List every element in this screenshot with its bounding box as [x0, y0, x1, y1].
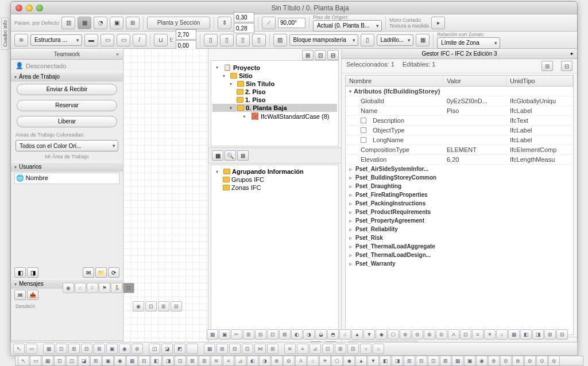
dim-icon[interactable]: ⇕ [218, 17, 231, 29]
bb-12-icon[interactable] [187, 344, 198, 354]
minimize-icon[interactable] [26, 5, 33, 11]
pset-9[interactable]: Pset_ThermalLoadAggregate [346, 242, 573, 251]
ft-q-icon[interactable]: ⊕ [400, 329, 411, 340]
bb-09-icon[interactable]: ◫ [149, 344, 160, 354]
b2-27-icon[interactable]: ◆ [343, 356, 355, 366]
tree-planta-baja[interactable]: ▾0. Planta Baja [212, 104, 337, 112]
b2-18-icon[interactable]: ⊿ [235, 356, 246, 366]
b2-31-icon[interactable]: ◨ [392, 356, 403, 366]
ladrillo-dropdown[interactable]: Ladrillo... [377, 34, 414, 46]
ft-h-icon[interactable]: ◐ [291, 329, 303, 340]
close-icon[interactable] [16, 5, 22, 11]
bb-01-icon[interactable]: ▦ [43, 344, 55, 354]
bb-03-icon[interactable]: ⊞ [68, 344, 80, 354]
ft-aa-icon[interactable]: ◧ [520, 329, 532, 340]
b2-24-icon[interactable]: ⌂ [307, 356, 319, 366]
b2-11-icon[interactable]: ◧ [150, 356, 162, 366]
ft-z-icon[interactable]: ▦ [508, 329, 520, 340]
bb-15-icon[interactable]: ⊟ [229, 344, 241, 354]
b2-44-icon[interactable]: ⊚ [548, 356, 560, 366]
bb-22-icon[interactable]: ⊡ [322, 344, 334, 354]
tool-e-icon[interactable]: ⊞ [126, 17, 140, 29]
tree-ifcwall[interactable]: ▸🧱IfcWallStandardCase (8) [212, 112, 337, 120]
h1-icon[interactable]: ▬ [84, 34, 98, 46]
b2-12-icon[interactable]: ◨ [163, 356, 174, 366]
tool-d-icon[interactable]: ▣ [110, 17, 123, 29]
b2-20-icon[interactable]: ◑ [259, 356, 270, 366]
ft-b-icon[interactable]: ▣ [219, 329, 230, 340]
tree-piso2[interactable]: 2. Piso [212, 88, 337, 96]
b2-39-icon[interactable]: ⊕ [488, 356, 500, 366]
bb-24-icon[interactable]: ⊟ [347, 344, 359, 354]
bb-26-icon[interactable]: ⌂ [373, 344, 384, 354]
tree-sintitulo[interactable]: ▾Sin Título [212, 80, 337, 88]
attrs-group[interactable]: ▾Atributos (IfcBuildingStorey) [346, 87, 573, 96]
bb-21-icon[interactable]: ⊿ [310, 344, 321, 354]
tool-c-icon[interactable]: ◔ [94, 17, 107, 29]
bb-25-icon[interactable]: ☼ [360, 344, 372, 354]
b2-21-icon[interactable]: ⊕ [271, 356, 283, 366]
mt2-icon[interactable]: ⊡ [315, 50, 326, 60]
b2-14-icon[interactable]: ⊠ [187, 356, 198, 366]
v6-icon[interactable]: ⊡ [123, 283, 134, 293]
ft-ab-icon[interactable]: ◨ [532, 329, 544, 340]
ft-g-icon[interactable]: ⊠ [279, 329, 291, 340]
b2-34-icon[interactable]: ⊡ [428, 356, 439, 366]
col1-icon[interactable]: ▯ [204, 34, 218, 46]
ft-f-icon[interactable]: ⊡ [267, 329, 278, 340]
tool-a-icon[interactable]: ▥ [61, 17, 75, 29]
b2-28-icon[interactable]: ▲ [355, 356, 367, 366]
b2-10-icon[interactable]: ⊟ [138, 356, 150, 366]
bb-19-icon[interactable]: ≋ [284, 344, 296, 354]
ft-u-icon[interactable]: A [448, 329, 459, 340]
dim-top[interactable]: 0,30 [234, 12, 254, 22]
section-button[interactable]: Planta y Sección [147, 17, 210, 29]
grouping-tree[interactable]: ▾Agrupando Información Grupos IFC Zonas … [211, 165, 339, 337]
bb-18-icon[interactable]: ⊞ [267, 344, 278, 354]
pattern-icon[interactable]: ▦ [416, 34, 430, 46]
wall-height-icon[interactable]: ⊔ [154, 34, 168, 46]
bb-16-icon[interactable]: ⊡ [242, 344, 253, 354]
h2-icon[interactable]: ▭ [100, 34, 114, 46]
tree-agrupando[interactable]: ▾Agrupando Información [212, 168, 337, 176]
col2-icon[interactable]: ▯ [220, 34, 234, 46]
pset-7[interactable]: Pset_Reliability [346, 225, 573, 233]
col3-icon[interactable]: ▯ [236, 34, 250, 46]
bb-17-icon[interactable]: ⋈ [254, 344, 266, 354]
bb-11-icon[interactable]: ◩ [174, 344, 185, 354]
nav2-icon[interactable]: ⊡ [145, 301, 157, 312]
bb-13-icon[interactable]: ▦ [204, 344, 215, 354]
tree-proyecto[interactable]: ▾📋Proyecto [212, 63, 337, 72]
reservar-button[interactable]: Reservar [17, 100, 118, 111]
ft-p-icon[interactable]: ⬡ [388, 329, 399, 340]
ft-y-icon[interactable]: ⌂ [496, 329, 508, 340]
b2-05-icon[interactable]: ◪ [78, 356, 90, 366]
b2-26-icon[interactable]: ⬡ [331, 356, 343, 366]
b2-42-icon[interactable]: ⊘ [524, 356, 536, 366]
ft-c-icon[interactable]: ✂ [231, 329, 242, 340]
ft-ac-icon[interactable]: ⊞ [544, 329, 556, 340]
v5-icon[interactable]: 🏃 [111, 283, 122, 293]
b2-22-icon[interactable]: ⊖ [283, 356, 295, 366]
b2-09-icon[interactable]: ▦ [126, 356, 138, 366]
b2-41-icon[interactable]: ⊗ [512, 356, 524, 366]
project-tree[interactable]: ▾📋Proyecto ▾Sitio ▾Sin Título 2. Piso 1.… [211, 60, 339, 146]
pset-3[interactable]: Pset_FireRatingProperties [346, 190, 573, 199]
bb-14-icon[interactable]: ⊞ [216, 344, 228, 354]
pset-8[interactable]: Pset_Risk [346, 233, 573, 242]
bb-05-icon[interactable]: ⊠ [94, 344, 105, 354]
ft-s-icon[interactable]: ⊗ [424, 329, 435, 340]
mt1-icon[interactable]: ⊞ [302, 50, 314, 60]
bb-04-icon[interactable]: ⊟ [81, 344, 92, 354]
bb-08-icon[interactable]: ⊕ [131, 344, 143, 354]
ft-l-icon[interactable]: ⌂ [339, 329, 351, 340]
mt3-icon[interactable]: ⊟ [327, 50, 339, 60]
bb-06-icon[interactable]: ▣ [106, 344, 118, 354]
ft-a-icon[interactable]: ▦ [207, 329, 218, 340]
angle-icon[interactable]: ⟋ [262, 17, 276, 29]
rh2-icon[interactable]: ⊟ [561, 61, 572, 71]
b2-01-icon[interactable]: ▭ [30, 356, 41, 366]
b2-19-icon[interactable]: ◐ [247, 356, 258, 366]
ft-j-icon[interactable]: ◒ [315, 329, 327, 340]
b2-32-icon[interactable]: ⊞ [404, 356, 415, 366]
